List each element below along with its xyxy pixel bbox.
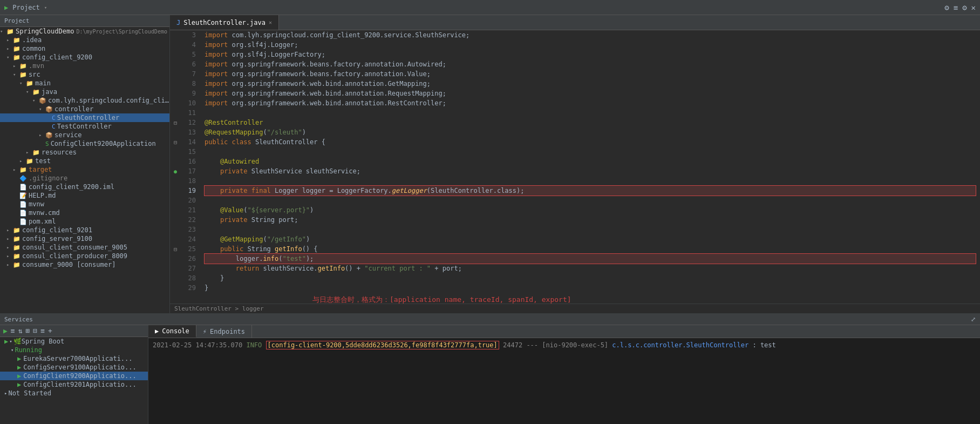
tree-item-pom[interactable]: 📄 pom.xml bbox=[0, 217, 169, 226]
tree-item-mvnw-cmd[interactable]: 📄 mvnw.cmd bbox=[0, 208, 169, 217]
tree-item-config9201[interactable]: ▸ 📁 config_client_9201 bbox=[0, 226, 169, 234]
tree-label: common bbox=[22, 45, 45, 52]
services-tree-configclient9201[interactable]: ▶ ConfigClient9201Applicatio... bbox=[0, 380, 148, 389]
tree-item-idea[interactable]: ▸ 📁 .idea bbox=[0, 36, 169, 44]
filter-icon[interactable]: ⊟ bbox=[33, 327, 37, 335]
line-num-6: 6 bbox=[185, 59, 196, 69]
add-icon[interactable]: + bbox=[48, 327, 52, 335]
arrow-icon bbox=[13, 176, 19, 181]
tree-item-common[interactable]: ▸ 📁 common bbox=[0, 44, 169, 53]
tree-item-test-controller[interactable]: C TestController bbox=[0, 122, 169, 131]
editor-content[interactable]: ⊟ ⊟ ● ⊟ 3 4 bbox=[170, 30, 980, 304]
expand-icon[interactable]: ⤢ bbox=[971, 316, 976, 323]
arrow-icon bbox=[13, 184, 19, 190]
line-num-24: 24 bbox=[185, 234, 196, 244]
spring-icon: 🌿 bbox=[13, 338, 22, 345]
tree-item-mvn[interactable]: ▸ 📁 .mvn bbox=[0, 62, 169, 70]
folder-icon: 📁 bbox=[32, 89, 40, 96]
tree-label: HELP.md bbox=[29, 192, 56, 199]
tree-item-config-app[interactable]: S ConfigClient9200Application bbox=[0, 139, 169, 148]
code-line-29: } bbox=[205, 283, 976, 293]
close-icon[interactable]: ✕ bbox=[971, 3, 976, 12]
file-icon: 📄 bbox=[19, 201, 27, 208]
code-line-11 bbox=[205, 108, 976, 118]
run-toggle-icon: ▶ bbox=[4, 338, 8, 345]
tree-item-controller[interactable]: ▾ 📦 controller bbox=[0, 105, 169, 113]
gutter-10 bbox=[170, 98, 181, 108]
tree-label: consul_client_consumer_9005 bbox=[22, 244, 127, 251]
folder-icon: 📁 bbox=[26, 80, 33, 87]
arrow-icon bbox=[13, 219, 19, 224]
gutter-5 bbox=[170, 50, 181, 59]
tree-label: mvnw bbox=[29, 200, 44, 208]
line-num-19: 19 bbox=[185, 186, 196, 196]
tree-item-gitignore[interactable]: 🔷 .gitignore bbox=[0, 174, 169, 183]
tab-console[interactable]: ▶ Console bbox=[148, 325, 196, 338]
gutter-23 bbox=[170, 225, 181, 234]
file-icon: 📄 bbox=[19, 210, 27, 217]
services-tree-springboot[interactable]: ▶ ▾ 🌿 Spring Boot bbox=[0, 337, 148, 346]
console-label: Console bbox=[162, 327, 189, 335]
tree-item-config-server9100[interactable]: ▸ 📁 config_server_9100 bbox=[0, 234, 169, 243]
tab-endpoints[interactable]: ⚡ Endpoints bbox=[196, 325, 252, 338]
gutter-15 bbox=[170, 147, 181, 157]
run-icon[interactable]: ▶ bbox=[3, 327, 8, 335]
tab-close-icon[interactable]: ✕ bbox=[269, 19, 272, 25]
services-tree-configclient9200[interactable]: ▶ ConfigClient9200Applicatio... bbox=[0, 372, 148, 380]
services-tree-eureka[interactable]: ▶ EurekaServer7000Applicati... bbox=[0, 354, 148, 363]
tree-item-target[interactable]: ▸ 📁 target bbox=[0, 165, 169, 174]
gutter-16 bbox=[170, 157, 181, 166]
tree-item-mvnw[interactable]: 📄 mvnw bbox=[0, 200, 169, 208]
tree-item-consul-producer[interactable]: ▸ 📁 consul_client_producer_8009 bbox=[0, 252, 169, 260]
project-icon: ▶ bbox=[4, 4, 8, 11]
sort-icon[interactable]: ⇅ bbox=[18, 327, 23, 335]
line-num-10: 10 bbox=[185, 98, 196, 108]
tree-item-com-pkg[interactable]: ▾ 📦 com.lyh.springcloud.config_client_92… bbox=[0, 96, 169, 105]
project-sidebar: Project ▾ 📁 SpringCloudDemo D:\myProject… bbox=[0, 15, 170, 313]
tree-item-consul-consumer[interactable]: ▸ 📁 consul_client_consumer_9005 bbox=[0, 243, 169, 252]
tree-label: service bbox=[55, 131, 82, 139]
gutter-24 bbox=[170, 234, 181, 244]
arrow-springboot: ▾ bbox=[9, 339, 12, 344]
menu-icon[interactable]: ≡ bbox=[954, 3, 958, 12]
tree-item-java[interactable]: ▾ 📁 java bbox=[0, 88, 169, 96]
sidebar-tree: ▾ 📁 SpringCloudDemo D:\myProject\SpringC… bbox=[0, 27, 169, 313]
code-line-6: import org.springframework.beans.factory… bbox=[205, 59, 976, 69]
tree-item-consumer9000[interactable]: ▸ 📁 consumer_9000 [consumer] bbox=[0, 260, 169, 269]
settings-icon[interactable]: ≡ bbox=[40, 327, 45, 335]
project-folder-icon: 📁 bbox=[6, 28, 14, 35]
group-icon[interactable]: ⊞ bbox=[25, 327, 30, 335]
dropdown-arrow[interactable]: ▾ bbox=[44, 5, 47, 10]
code-line-8: import org.springframework.web.bind.anno… bbox=[205, 79, 976, 89]
tree-item-config9200[interactable]: ▾ 📁 config_client_9200 bbox=[0, 53, 169, 62]
services-tree-not-started[interactable]: ▸ Not Started bbox=[0, 389, 148, 398]
console-log-line: 2021-02-25 14:47:35.070 INFO [config-cli… bbox=[153, 340, 976, 350]
tree-item-src[interactable]: ▾ 📁 src bbox=[0, 70, 169, 79]
tree-item-test[interactable]: ▸ 📁 test bbox=[0, 157, 169, 165]
arrow-icon: ▸ bbox=[13, 167, 19, 172]
tree-item-sleuth-controller[interactable]: C SleuthController bbox=[0, 113, 169, 122]
console-tab-bar: ▶ Console ⚡ Endpoints bbox=[148, 325, 980, 338]
springboot-label: Spring Boot bbox=[22, 338, 64, 345]
configserver-label: ConfigServer9100Applicatio... bbox=[23, 364, 137, 371]
tree-label: resources bbox=[42, 149, 77, 156]
tree-item-springclouddemo[interactable]: ▾ 📁 SpringCloudDemo D:\myProject\SpringC… bbox=[0, 27, 169, 36]
arrow-running: ▾ bbox=[11, 347, 13, 353]
tree-item-service[interactable]: ▸ 📦 service bbox=[0, 131, 169, 139]
tree-item-main[interactable]: ▾ 📁 main bbox=[0, 79, 169, 88]
tree-item-config-iml[interactable]: 📄 config_client_9200.iml bbox=[0, 183, 169, 191]
settings-icon[interactable]: ⚙ bbox=[944, 3, 949, 12]
tree-path: D:\myProject\SpringCloudDemo bbox=[76, 29, 167, 35]
config-icon[interactable]: ⚙ bbox=[962, 3, 967, 12]
services-tree-running[interactable]: ▾ Running bbox=[0, 346, 148, 354]
tree-item-resources[interactable]: ▸ 📁 resources bbox=[0, 148, 169, 157]
tree-item-help-md[interactable]: 📝 HELP.md bbox=[0, 191, 169, 200]
editor-tab-sleuth[interactable]: J SleuthController.java ✕ bbox=[170, 15, 279, 30]
list-icon[interactable]: ≡ bbox=[11, 327, 15, 335]
tree-label: config_server_9100 bbox=[22, 235, 92, 243]
line-num-21: 21 bbox=[185, 205, 196, 215]
services-toolbar: ▶ ≡ ⇅ ⊞ ⊟ ≡ + bbox=[0, 325, 148, 337]
run-icon-config9201: ▶ bbox=[17, 381, 21, 388]
services-tree-configserver[interactable]: ▶ ConfigServer9100Applicatio... bbox=[0, 363, 148, 372]
gutter-12: ⊟ bbox=[170, 118, 181, 127]
